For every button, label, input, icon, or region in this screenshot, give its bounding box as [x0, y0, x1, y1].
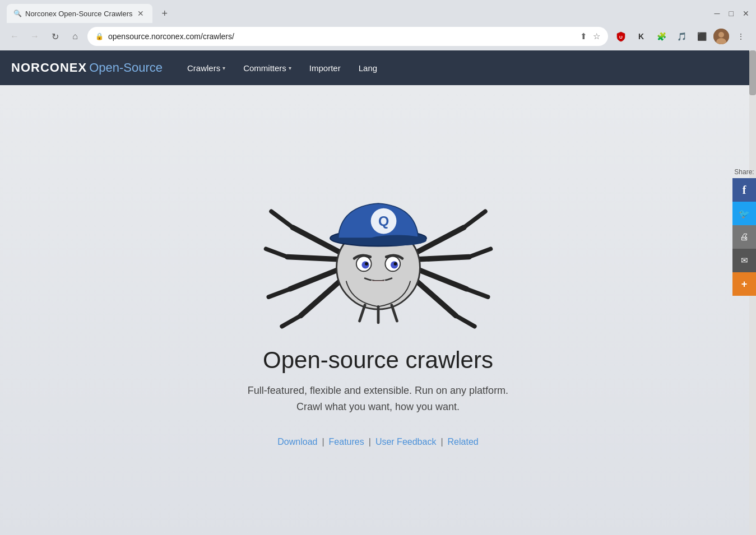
hero-links: Download | Features | User Feedback | Re…: [277, 437, 478, 447]
svg-line-14: [268, 289, 290, 297]
email-icon: ✉: [741, 255, 748, 266]
svg-line-19: [456, 315, 474, 326]
scrollbar-thumb[interactable]: [749, 50, 756, 95]
browser-chrome: 🔍 Norconex Open-Source Crawlers ✕ + ─ □ …: [0, 0, 756, 50]
share-print-button[interactable]: 🖨: [732, 225, 756, 249]
active-tab[interactable]: 🔍 Norconex Open-Source Crawlers ✕: [7, 4, 152, 23]
plus-icon: +: [741, 278, 748, 290]
svg-line-12: [271, 211, 293, 227]
svg-line-13: [266, 249, 287, 257]
user-avatar[interactable]: [713, 29, 729, 44]
svg-line-5: [287, 257, 343, 259]
print-icon: 🖨: [740, 232, 749, 242]
nav-committers[interactable]: Committers ▾: [235, 59, 299, 77]
hero-subtitle-line2: Crawl what you want, how you want.: [296, 401, 460, 412]
tab-title: Norconex Open-Source Crawlers: [25, 10, 132, 18]
logo-opensource-text[interactable]: Open-Source: [89, 61, 163, 75]
lock-icon: 🔒: [95, 32, 104, 40]
svg-line-31: [359, 305, 365, 321]
svg-point-29: [365, 262, 368, 266]
svg-point-24: [367, 235, 426, 245]
url-text: opensource.norconex.com/crawlers/: [108, 32, 234, 41]
committers-dropdown-arrow: ▾: [289, 65, 291, 71]
menu-button[interactable]: ⋮: [732, 28, 749, 45]
separator-3: |: [440, 437, 443, 447]
puzzle-extension-icon[interactable]: 🧩: [653, 28, 670, 45]
hero-subtitle: Full-featured, flexible and extensible. …: [248, 383, 508, 415]
svg-text:U: U: [619, 35, 623, 40]
website-content: NORCONEX Open-Source Crawlers ▾ Committe…: [0, 50, 756, 535]
twitter-icon: 🐦: [739, 208, 750, 219]
address-bar[interactable]: 🔒 opensource.norconex.com/crawlers/ ⬆ ☆: [87, 27, 608, 46]
k-extension-icon[interactable]: K: [633, 28, 650, 45]
title-bar: 🔍 Norconex Open-Source Crawlers ✕ + ─ □ …: [0, 0, 756, 22]
nav-crawlers[interactable]: Crawlers ▾: [179, 59, 233, 77]
back-button[interactable]: ←: [7, 29, 22, 44]
crawlers-dropdown-arrow: ▾: [222, 65, 225, 71]
svg-text:Q: Q: [378, 213, 388, 229]
nav-crawlers-label: Crawlers: [187, 63, 220, 73]
shield-extension-icon[interactable]: U: [613, 28, 629, 45]
tabs-area: 🔍 Norconex Open-Source Crawlers ✕ +: [7, 4, 172, 23]
share-facebook-button[interactable]: f: [732, 178, 756, 202]
site-navigation: NORCONEX Open-Source Crawlers ▾ Committe…: [0, 50, 756, 85]
nav-links: Crawlers ▾ Committers ▾ Importer Lang: [179, 59, 385, 77]
window-controls: ─ □ ✕: [715, 9, 749, 18]
nav-importer[interactable]: Importer: [302, 59, 349, 77]
nav-committers-label: Committers: [243, 63, 286, 73]
music-extension-icon[interactable]: 🎵: [673, 28, 690, 45]
svg-line-18: [466, 289, 488, 297]
svg-line-15: [282, 315, 300, 326]
user-feedback-link[interactable]: User Feedback: [375, 437, 437, 447]
share-sidebar: Share: f 🐦 🖨 ✉ +: [732, 168, 756, 296]
download-link[interactable]: Download: [277, 437, 317, 447]
forward-button[interactable]: →: [27, 29, 43, 44]
svg-point-2: [718, 32, 724, 38]
related-link[interactable]: Related: [448, 437, 479, 447]
share-more-button[interactable]: +: [732, 272, 756, 296]
svg-point-30: [393, 262, 397, 266]
share-twitter-button[interactable]: 🐦: [732, 202, 756, 225]
share-page-icon[interactable]: ⬆: [580, 31, 587, 41]
spider-illustration: Q: [261, 173, 496, 330]
reload-button[interactable]: ↻: [47, 29, 63, 44]
features-link[interactable]: Features: [329, 437, 364, 447]
sidebar-extension-icon[interactable]: ⬛: [693, 28, 710, 45]
main-hero: Q: [0, 85, 756, 535]
minimize-button[interactable]: ─: [715, 9, 720, 18]
svg-line-33: [391, 305, 397, 321]
tab-close-button[interactable]: ✕: [136, 8, 146, 18]
hero-title: Open-source crawlers: [263, 347, 493, 374]
svg-line-9: [413, 257, 469, 259]
facebook-icon: f: [743, 184, 746, 197]
logo-norconex-text[interactable]: NORCONEX: [11, 61, 87, 75]
toolbar-right: U K 🧩 🎵 ⬛ ⋮: [613, 28, 749, 45]
address-bar-row: ← → ↻ ⌂ 🔒 opensource.norconex.com/crawle…: [0, 22, 756, 50]
maximize-button[interactable]: □: [729, 9, 734, 18]
bookmark-icon[interactable]: ☆: [593, 31, 600, 41]
nav-lang-label: Lang: [359, 63, 377, 73]
share-label: Share:: [734, 168, 754, 176]
separator-2: |: [369, 437, 371, 447]
close-button[interactable]: ✕: [743, 9, 749, 18]
site-logo: NORCONEX Open-Source: [11, 61, 163, 75]
nav-importer-label: Importer: [309, 63, 341, 73]
hero-subtitle-line1: Full-featured, flexible and extensible. …: [248, 385, 508, 396]
share-email-button[interactable]: ✉: [732, 249, 756, 272]
tab-favicon: 🔍: [13, 10, 22, 17]
separator-1: |: [322, 437, 324, 447]
address-bar-icons: ⬆ ☆: [580, 31, 600, 41]
new-tab-button[interactable]: +: [157, 6, 172, 22]
home-button[interactable]: ⌂: [67, 29, 83, 44]
svg-line-16: [463, 211, 485, 227]
nav-lang[interactable]: Lang: [351, 59, 385, 77]
svg-line-17: [469, 249, 490, 257]
